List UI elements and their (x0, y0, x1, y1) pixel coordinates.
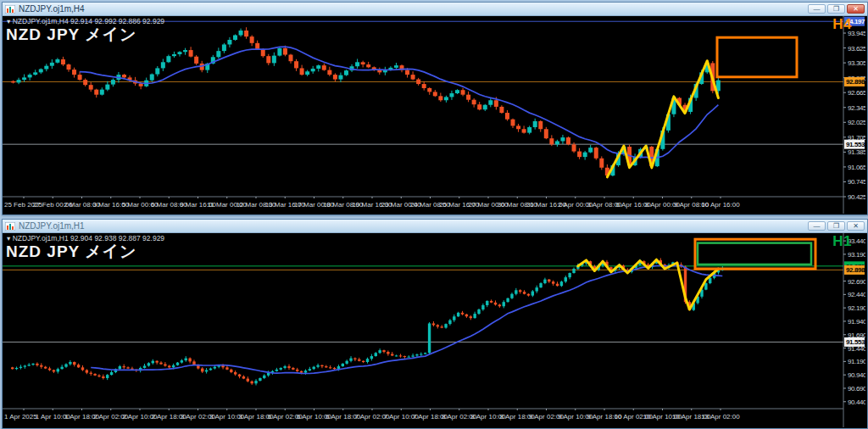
svg-text:13 Apr 02:00: 13 Apr 02:00 (701, 413, 740, 421)
chart-window-icon (5, 222, 15, 231)
svg-text:91.065: 91.065 (848, 164, 865, 171)
svg-text:92.190: 92.190 (848, 304, 865, 312)
svg-text:94.197: 94.197 (846, 18, 865, 25)
svg-text:91.190: 91.190 (848, 358, 865, 365)
close-button[interactable]: ✕ (847, 221, 865, 231)
svg-text:92.440: 92.440 (848, 291, 865, 298)
svg-text:93.190: 93.190 (848, 251, 865, 259)
h1-chart-canvas[interactable]: 93.44093.19092.69092.44092.19091.94091.6… (3, 233, 865, 427)
svg-text:90.940: 90.940 (848, 371, 865, 379)
restore-button[interactable]: ❐ (827, 221, 845, 231)
svg-text:10 Apr 16:00: 10 Apr 16:00 (701, 201, 740, 209)
svg-text:90.745: 90.745 (848, 178, 865, 186)
svg-text:91.553: 91.553 (846, 141, 865, 148)
svg-text:90.440: 90.440 (848, 398, 865, 406)
svg-text:90.425: 90.425 (848, 193, 865, 201)
minimize-button[interactable]: — (808, 4, 826, 14)
window-title-h4: NZDJPY.oj1m,H4 (19, 4, 806, 14)
svg-text:92.690: 92.690 (848, 278, 865, 286)
h1-titlebar[interactable]: NZDJPY.oj1m,H1 — ❐ ✕ (3, 220, 867, 233)
svg-text:91.940: 91.940 (848, 318, 865, 326)
svg-text:91.553: 91.553 (846, 338, 865, 346)
svg-text:90.690: 90.690 (848, 385, 865, 393)
minimize-button[interactable]: — (808, 221, 826, 231)
close-button[interactable]: ✕ (847, 4, 865, 14)
chart-window-icon (5, 5, 15, 14)
chart-window-h4: NZDJPY.oj1m,H4 — ❐ ✕ 93.94593.62593.3059… (2, 2, 868, 215)
h4-titlebar[interactable]: NZDJPY.oj1m,H4 — ❐ ✕ (3, 3, 867, 16)
svg-text:93.440: 93.440 (848, 237, 865, 245)
svg-text:91.385: 91.385 (848, 148, 865, 156)
svg-text:92.665: 92.665 (848, 89, 865, 97)
svg-text:93.625: 93.625 (848, 45, 865, 53)
svg-text:92.898: 92.898 (846, 78, 865, 86)
chart-window-h1: NZDJPY.oj1m,H1 — ❐ ✕ 93.44093.19092.6909… (2, 219, 868, 429)
svg-text:93.945: 93.945 (848, 30, 865, 37)
svg-text:92.025: 92.025 (848, 119, 865, 126)
svg-text:1 Apr 2025: 1 Apr 2025 (4, 413, 37, 421)
h4-chart-canvas[interactable]: 93.94593.62593.30592.98592.66592.34592.0… (3, 16, 865, 214)
restore-button[interactable]: ❐ (827, 4, 845, 14)
svg-text:92.345: 92.345 (848, 104, 865, 112)
window-title-h1: NZDJPY.oj1m,H1 (19, 221, 806, 231)
svg-text:92.898: 92.898 (846, 266, 865, 274)
svg-text:93.305: 93.305 (848, 59, 865, 67)
